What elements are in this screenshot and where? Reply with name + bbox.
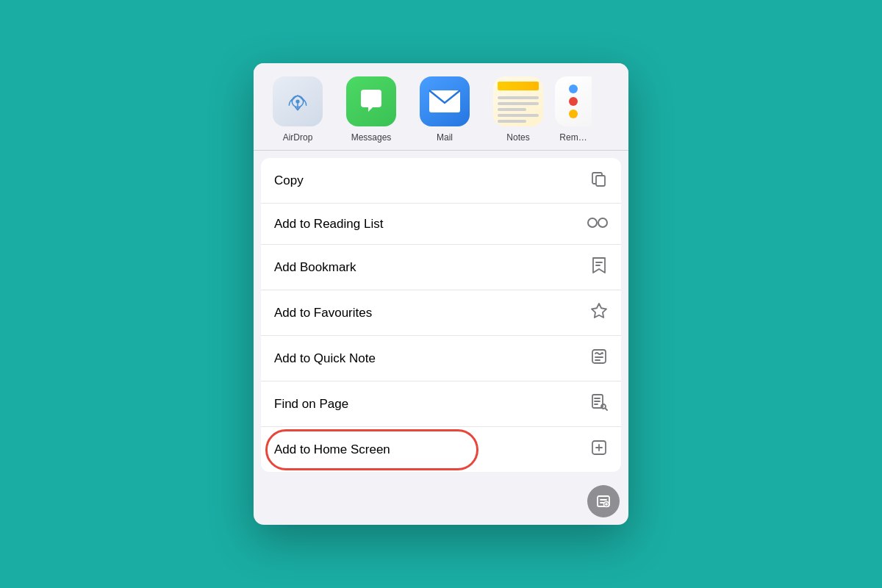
edit-icon [595, 493, 612, 509]
notes-yellow-bar [498, 82, 539, 90]
bottom-area [254, 479, 628, 525]
mail-icon [428, 89, 462, 114]
notes-line-5 [498, 120, 526, 123]
copy-label: Copy [274, 173, 304, 188]
quick-note-label: Add to Quick Note [274, 351, 376, 366]
menu-item-bookmark[interactable]: Add Bookmark [261, 245, 621, 290]
dot-red [569, 97, 578, 106]
messages-label: Messages [351, 132, 392, 143]
reminders-icon-dots [563, 79, 584, 124]
edit-button[interactable] [587, 485, 620, 517]
copy-icon [590, 170, 608, 191]
dot-blue [569, 85, 578, 93]
notes-icon-container [493, 76, 543, 126]
bookmark-icon [590, 257, 608, 278]
menu-item-quick-note[interactable]: Add to Quick Note [261, 336, 621, 381]
home-screen-label: Add to Home Screen [274, 442, 390, 457]
app-item-reminders[interactable]: Rem… [555, 76, 592, 143]
svg-point-5 [588, 218, 597, 227]
home-screen-icon [590, 439, 608, 460]
notes-icon-lines [493, 76, 543, 126]
svg-point-6 [598, 218, 607, 227]
svg-rect-4 [596, 176, 605, 186]
share-sheet: AirDrop Messages Mail [254, 63, 628, 525]
reading-list-label: Add to Reading List [274, 217, 383, 232]
dot-yellow [569, 110, 578, 118]
mail-label: Mail [437, 132, 453, 143]
menu-item-find-on-page[interactable]: Find on Page [261, 381, 621, 427]
notes-line-2 [498, 102, 539, 105]
airdrop-icon-container [273, 76, 323, 126]
airdrop-icon [282, 85, 314, 118]
menu-item-copy[interactable]: Copy [261, 158, 621, 204]
favourites-label: Add to Favourites [274, 306, 372, 320]
app-item-messages[interactable]: Messages [334, 76, 408, 143]
app-item-notes[interactable]: Notes [481, 76, 555, 143]
svg-line-18 [606, 409, 608, 411]
notes-line-1 [498, 96, 539, 99]
menu-item-favourites[interactable]: Add to Favourites [261, 290, 621, 336]
reading-list-icon [587, 215, 608, 232]
svg-marker-9 [592, 304, 606, 318]
messages-icon-container [346, 76, 396, 126]
bookmark-label: Add Bookmark [274, 260, 356, 275]
menu-list: Copy Add to Reading List Add Bookmark [261, 158, 621, 472]
app-icons-row: AirDrop Messages Mail [254, 63, 628, 151]
airdrop-label: AirDrop [283, 132, 313, 143]
messages-icon [355, 85, 387, 118]
svg-rect-10 [592, 350, 606, 363]
reminders-label: Rem… [559, 132, 587, 143]
notes-line-4 [498, 114, 539, 117]
reminders-icon-container [555, 76, 592, 126]
app-item-airdrop[interactable]: AirDrop [261, 76, 334, 143]
find-on-page-icon [590, 393, 608, 415]
menu-item-home-screen[interactable]: Add to Home Screen [261, 427, 621, 472]
notes-line-3 [498, 108, 526, 111]
notes-label: Notes [506, 132, 529, 143]
app-item-mail[interactable]: Mail [408, 76, 481, 143]
favourites-icon [590, 302, 608, 323]
mail-icon-container [420, 76, 470, 126]
menu-item-reading-list[interactable]: Add to Reading List [261, 204, 621, 245]
find-on-page-label: Find on Page [274, 397, 348, 412]
quick-note-icon [590, 348, 608, 369]
